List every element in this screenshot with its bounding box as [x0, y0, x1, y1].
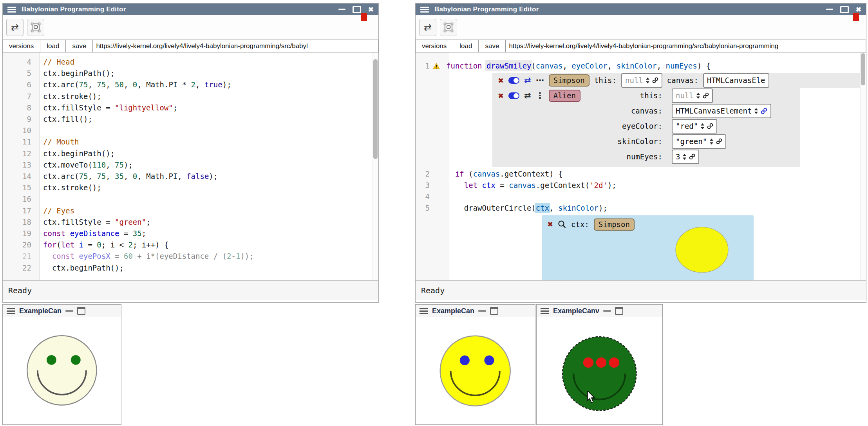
url-field[interactable]: https://lively-kernel.org/lively4/lively…: [92, 40, 378, 52]
minimize-icon[interactable]: [65, 310, 73, 312]
code-line[interactable]: 9ctx.fill();: [3, 114, 378, 125]
swap-example-icon[interactable]: ⇄: [524, 92, 531, 100]
versions-button[interactable]: versions: [415, 40, 453, 52]
code-line[interactable]: 21 const eyePosX = 60 + i*(eyeDistance /…: [3, 251, 378, 262]
menu-icon[interactable]: [7, 7, 16, 13]
maximize-icon[interactable]: [840, 6, 849, 13]
dots-vertical-icon[interactable]: ⋮: [536, 92, 544, 100]
code-line[interactable]: 13ctx.moveTo(110, 75);: [3, 159, 378, 171]
code-line[interactable]: 16: [3, 193, 378, 205]
code-line[interactable]: 2 if (canvas.getContext) {: [416, 168, 866, 180]
load-button[interactable]: load: [453, 40, 479, 52]
minimize-icon[interactable]: [478, 310, 486, 312]
delete-example-icon[interactable]: ✖: [498, 92, 504, 99]
minimize-icon[interactable]: [603, 310, 611, 312]
maximize-icon[interactable]: [353, 6, 361, 13]
menu-icon[interactable]: [420, 308, 428, 314]
code-line[interactable]: 4: [416, 191, 866, 202]
link-icon[interactable]: [707, 123, 713, 129]
code-editor[interactable]: ✖ ⇄ ⋯ Simpson this: null canvas: HTMLCan…: [416, 52, 866, 280]
code-line[interactable]: 15ctx.stroke();: [3, 182, 378, 193]
code-line[interactable]: 5ctx.beginPath();: [3, 68, 378, 79]
transform-button[interactable]: [27, 19, 44, 36]
delete-example-icon[interactable]: ✖: [498, 77, 504, 84]
code-line[interactable]: 8ctx.fillStyle = "lightyellow";: [3, 102, 378, 114]
load-button[interactable]: load: [40, 40, 66, 52]
param-input[interactable]: "green": [672, 134, 726, 149]
code-line[interactable]: 11// Mouth: [3, 136, 378, 148]
link-icon-active[interactable]: [761, 108, 767, 114]
example-badge-simpson[interactable]: Simpson: [549, 74, 590, 87]
stepper-icon[interactable]: [646, 78, 649, 83]
transform-button[interactable]: [440, 19, 457, 36]
close-icon[interactable]: ✖: [856, 6, 861, 13]
stepper-icon[interactable]: [701, 123, 704, 129]
this-input[interactable]: null: [621, 73, 662, 88]
code-line[interactable]: 12ctx.beginPath();: [3, 148, 378, 159]
scrollbar-thumb[interactable]: [861, 53, 865, 85]
titlebar[interactable]: ExampleCan: [3, 305, 121, 318]
swap-example-icon[interactable]: ⇄: [524, 76, 531, 85]
scrollbar-thumb[interactable]: [373, 59, 378, 159]
code-line[interactable]: 10: [3, 125, 378, 136]
stepper-icon[interactable]: [710, 139, 713, 144]
save-button[interactable]: save: [65, 40, 93, 52]
window-title: Babylonian Programming Editor: [434, 5, 826, 13]
titlebar[interactable]: Babylonian Programming Editor ✖: [3, 4, 378, 15]
param-input[interactable]: 3: [672, 150, 699, 164]
example-badge-alien[interactable]: Alien: [549, 90, 580, 102]
close-icon[interactable]: ✖: [368, 6, 374, 13]
unsaved-indicator: [361, 13, 367, 21]
example-toggle[interactable]: [508, 77, 519, 84]
magnifier-icon[interactable]: [558, 220, 566, 229]
code-line[interactable]: 7ctx.stroke();: [3, 91, 378, 102]
example-toggle[interactable]: [508, 92, 519, 99]
code-line[interactable]: 22 ctx.beginPath();: [3, 262, 378, 274]
save-button[interactable]: save: [478, 40, 506, 52]
code-line[interactable]: 20for(let i = 0; i < 2; i++) {: [3, 239, 378, 251]
dots-horizontal-icon[interactable]: ⋯: [536, 76, 544, 85]
code-line[interactable]: 4// Head: [3, 56, 378, 68]
file-button-row: versions load save https://lively-kernel…: [416, 40, 866, 52]
link-icon[interactable]: [703, 92, 709, 99]
param-input[interactable]: "red": [672, 119, 717, 134]
link-icon[interactable]: [716, 138, 722, 144]
menu-icon[interactable]: [420, 7, 429, 13]
code-line[interactable]: 6ctx.arc(75, 75, 50, 0, Math.PI * 2, tru…: [3, 79, 378, 90]
this-input[interactable]: null: [672, 88, 713, 103]
code-line[interactable]: 5 drawOuterCircle(ctx, skinColor);: [416, 202, 866, 214]
swap-button[interactable]: ⇄: [6, 19, 24, 36]
link-icon[interactable]: [652, 77, 658, 83]
maximize-icon[interactable]: [77, 307, 85, 315]
code-line[interactable]: 3 let ctx = canvas.getContext('2d');: [416, 180, 866, 191]
vertical-scrollbar[interactable]: [860, 52, 866, 280]
titlebar[interactable]: Babylonian Programming Editor ✖: [416, 4, 866, 15]
url-field[interactable]: https://lively-kernel.org/lively4/lively…: [505, 40, 866, 52]
maximize-icon[interactable]: [615, 307, 623, 315]
minimize-icon[interactable]: [338, 9, 345, 10]
maximize-icon[interactable]: [490, 307, 498, 315]
probe-example-badge[interactable]: Simpson: [594, 218, 635, 231]
canvas-input[interactable]: HTMLCanvasEle: [703, 73, 769, 88]
code-line[interactable]: 14ctx.arc(75, 75, 35, 0, Math.PI, false)…: [3, 171, 378, 182]
titlebar[interactable]: ExampleCan: [416, 305, 535, 318]
code-line[interactable]: 19const eyeDistance = 35;: [3, 228, 378, 239]
line-number: 21: [3, 251, 39, 262]
code-line[interactable]: 17// Eyes: [3, 205, 378, 217]
close-probe-icon[interactable]: ✖: [547, 221, 553, 228]
code-editor[interactable]: 4// Head5ctx.beginPath();6ctx.arc(75, 75…: [3, 52, 378, 280]
menu-icon[interactable]: [541, 308, 549, 314]
versions-button[interactable]: versions: [2, 40, 40, 52]
code-line[interactable]: 18ctx.fillStyle = "green";: [3, 217, 378, 228]
stepper-icon[interactable]: [696, 93, 700, 99]
vertical-scrollbar[interactable]: [373, 52, 378, 280]
link-icon[interactable]: [689, 153, 695, 160]
param-input[interactable]: HTMLCanvasElement: [672, 104, 771, 118]
code-line[interactable]: 1function drawSmiley(canvas, eyeColor, s…: [416, 60, 866, 72]
menu-icon[interactable]: [7, 308, 15, 314]
stepper-icon[interactable]: [683, 154, 686, 160]
stepper-icon[interactable]: [754, 108, 758, 114]
minimize-icon[interactable]: [826, 9, 833, 10]
titlebar[interactable]: ExampleCanv: [537, 305, 662, 318]
swap-button[interactable]: ⇄: [419, 19, 436, 36]
